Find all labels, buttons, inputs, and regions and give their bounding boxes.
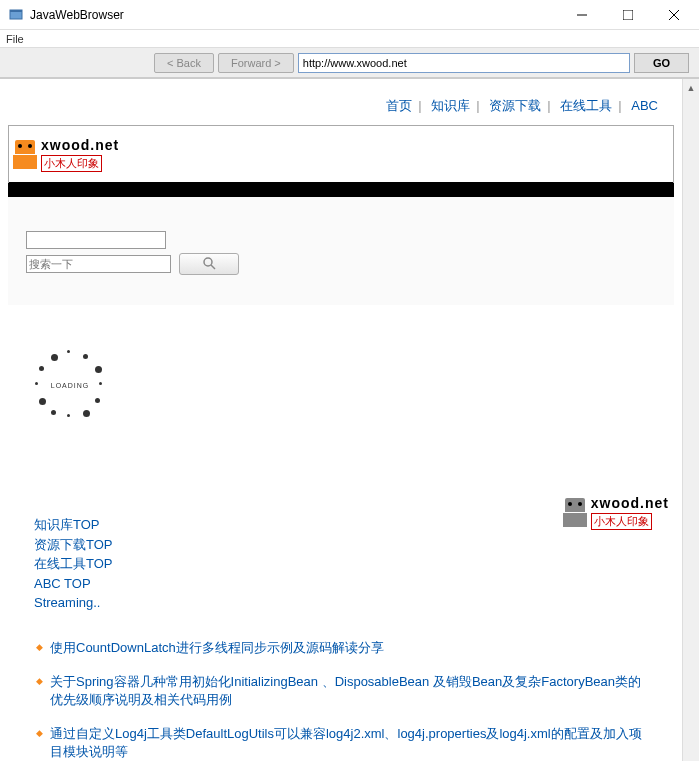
menu-file[interactable]: File — [6, 33, 24, 45]
article-link[interactable]: 关于Spring容器几种常用初始化InitializingBean 、Dispo… — [50, 674, 641, 707]
list-item: 关于Spring容器几种常用初始化InitializingBean 、Dispo… — [36, 673, 652, 709]
article-link[interactable]: 使用CountDownLatch进行多线程同步示例及源码解读分享 — [50, 640, 384, 655]
window-title: JavaWebBrowser — [30, 8, 559, 22]
search-icon — [202, 256, 216, 273]
minimize-button[interactable] — [559, 0, 605, 30]
nav-tools[interactable]: 在线工具 — [560, 98, 612, 113]
svg-line-7 — [211, 265, 215, 269]
viewport: ▲ 首页| 知识库| 资源下载| 在线工具| ABC xwood.net 小木人… — [0, 78, 699, 761]
link-abc-top[interactable]: ABC TOP — [34, 574, 682, 594]
url-input[interactable] — [298, 53, 630, 73]
maximize-button[interactable] — [605, 0, 651, 30]
forward-button[interactable]: Forward > — [218, 53, 294, 73]
titlebar: JavaWebBrowser — [0, 0, 699, 30]
menubar: File — [0, 30, 699, 48]
loading-label: LOADING — [51, 382, 90, 389]
list-item: 使用CountDownLatch进行多线程同步示例及源码解读分享 — [36, 639, 652, 657]
link-tools-top[interactable]: 在线工具TOP — [34, 554, 682, 574]
logo-banner: xwood.net 小木人印象 — [8, 125, 674, 183]
loading-spinner: LOADING — [30, 345, 110, 425]
logo-cn: 小木人印象 — [41, 155, 102, 172]
link-download-top[interactable]: 资源下载TOP — [34, 535, 682, 555]
toolbar: < Back Forward > GO — [0, 48, 699, 78]
svg-rect-1 — [10, 10, 22, 12]
nav-abc[interactable]: ABC — [631, 98, 658, 113]
article-link[interactable]: 通过自定义Log4j工具类DefaultLogUtils可以兼容log4j2.x… — [50, 726, 642, 759]
svg-point-6 — [204, 258, 212, 266]
svg-rect-3 — [623, 10, 633, 20]
article-list: 使用CountDownLatch进行多线程同步示例及源码解读分享 关于Sprin… — [36, 639, 652, 762]
logo-name: xwood — [41, 137, 90, 153]
robot-icon — [563, 498, 587, 527]
search-button[interactable] — [179, 253, 239, 275]
top-nav: 首页| 知识库| 资源下载| 在线工具| ABC — [0, 79, 682, 125]
site-logo[interactable]: xwood.net 小木人印象 — [13, 137, 119, 172]
side-logo: xwood.net 小木人印象 — [563, 495, 669, 530]
robot-icon — [13, 140, 37, 169]
link-streaming[interactable]: Streaming.. — [34, 593, 682, 613]
close-button[interactable] — [651, 0, 697, 30]
logo-suffix: .net — [90, 137, 119, 153]
nav-download[interactable]: 资源下载 — [489, 98, 541, 113]
list-item: 通过自定义Log4j工具类DefaultLogUtils可以兼容log4j2.x… — [36, 725, 652, 761]
back-button[interactable]: < Back — [154, 53, 214, 73]
nav-home[interactable]: 首页 — [386, 98, 412, 113]
app-icon — [8, 7, 24, 23]
search-input-2[interactable] — [26, 255, 171, 273]
nav-knowledge[interactable]: 知识库 — [431, 98, 470, 113]
search-input-1[interactable] — [26, 231, 166, 249]
scrollbar[interactable]: ▲ — [682, 79, 699, 761]
scroll-up-icon[interactable]: ▲ — [683, 79, 699, 96]
search-area — [8, 197, 674, 305]
go-button[interactable]: GO — [634, 53, 689, 73]
